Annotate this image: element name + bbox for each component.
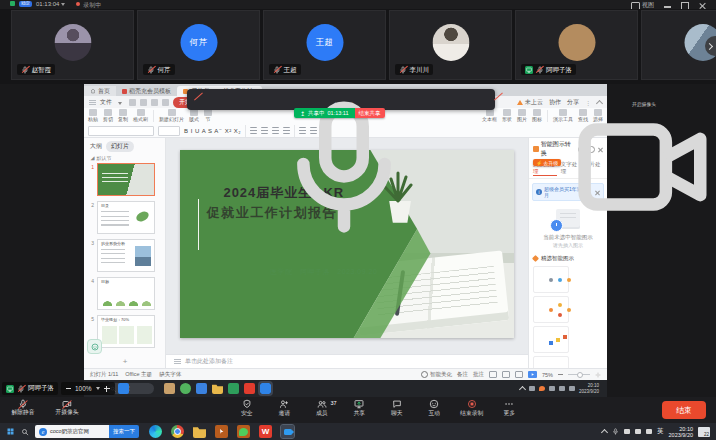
tray-expand-icon[interactable] [519, 386, 526, 393]
zoom-out-button[interactable] [66, 388, 71, 389]
slide-thumb-4[interactable]: 目标 [97, 277, 155, 310]
notes-bar[interactable]: 单击此处添加备注 [166, 354, 528, 368]
bottom-share[interactable]: 共享 [341, 399, 379, 416]
reading-view-icon[interactable] [515, 371, 523, 378]
video-tile[interactable]: 王超 王超 [263, 10, 386, 80]
ribbon-paste[interactable]: 粘贴 [88, 109, 98, 123]
bottom-members[interactable]: 37 成员 [303, 399, 341, 416]
notes-toggle[interactable]: 备注 [457, 371, 468, 378]
tray-expand-icon[interactable] [601, 429, 608, 436]
notification-icon[interactable]: 22 [698, 427, 710, 437]
comments-toggle[interactable]: 批注 [473, 371, 484, 378]
diagram-card-pyramid[interactable] [533, 326, 569, 353]
redo-icon[interactable] [162, 99, 169, 106]
view-switch-button[interactable]: 视图 [631, 1, 654, 9]
wechat-icon[interactable] [237, 425, 250, 438]
slide-thumb-5[interactable]: 毕业规划：70% [97, 315, 155, 348]
ribbon-cut[interactable]: 剪切 [103, 109, 113, 123]
end-meeting-button[interactable]: 结束 [662, 401, 706, 419]
file-menu[interactable]: 文件 [100, 98, 112, 107]
maximize-button[interactable] [681, 2, 689, 10]
taskbar-search-icon[interactable] [21, 428, 29, 436]
slide-thumb-3[interactable]: 就业形势分析 [97, 239, 155, 272]
wps-shop-tab[interactable]: 稻壳充会员模板 [116, 86, 177, 96]
bottom-security[interactable]: 安全 [228, 399, 266, 416]
tray-mic-icon[interactable] [612, 428, 619, 435]
remote-clock[interactable]: 20:10 2023/9/20 [579, 383, 599, 394]
flashing-app-icon[interactable] [215, 425, 228, 438]
edge-icon[interactable] [149, 425, 162, 438]
zoom-value[interactable]: 100% [75, 385, 92, 392]
taskbar-search-widget[interactable]: e coco奶茶店官网 搜索一下 [35, 425, 139, 438]
battery-icon[interactable] [569, 386, 575, 391]
remote-app-icon[interactable] [196, 383, 207, 394]
video-tile[interactable]: 李川川 [389, 10, 512, 80]
beautify-button[interactable]: 智能美化 [421, 371, 452, 378]
remote-wps-icon[interactable] [244, 383, 255, 394]
theme-indicator[interactable]: Office 主题 [125, 371, 152, 378]
bottom-unmute[interactable]: 解除静音 [6, 399, 40, 415]
zoom-slider[interactable] [568, 374, 590, 375]
wps-home-tab[interactable]: 首页 [84, 86, 116, 96]
end-share-button[interactable]: 结束共享 [355, 108, 385, 118]
outline-tab[interactable]: 大纲 [90, 142, 102, 151]
bottom-camera[interactable]: 开摄像头 [50, 399, 84, 415]
remote-app-icon[interactable] [180, 383, 191, 394]
video-tile[interactable]: 何芹 何芹 [137, 10, 260, 80]
clock[interactable]: 20:10 2023/9/20 [669, 426, 693, 438]
remote-app-icon[interactable] [164, 383, 175, 394]
zoom-out-button[interactable] [558, 374, 563, 375]
ribbon-copy[interactable]: 复制 [118, 109, 128, 123]
slide-subtitle[interactable]: 医学院 阿呷子洛 2023.09.20 [270, 267, 377, 277]
network-icon[interactable] [635, 429, 641, 434]
close-button[interactable] [699, 2, 706, 9]
slides-tab[interactable]: 幻灯片 [106, 141, 134, 152]
wps-ai-assistant-button[interactable] [87, 339, 102, 354]
diagram-card-arrows[interactable] [533, 356, 569, 368]
bottom-interact[interactable]: 互动 [416, 399, 454, 416]
slide-thumb-2[interactable]: 目录 [97, 201, 155, 234]
ribbon-new-slide[interactable]: 新建幻灯片 [159, 109, 184, 123]
start-button[interactable] [6, 427, 15, 436]
ime-indicator[interactable]: 英 [657, 427, 664, 436]
explorer-icon[interactable] [193, 425, 206, 438]
remote-app-icon[interactable] [228, 383, 239, 394]
remote-folder-icon[interactable] [212, 383, 223, 394]
meeting-app-icon[interactable] [281, 425, 294, 438]
save-icon[interactable] [129, 99, 136, 106]
remote-meeting-icon[interactable] [260, 383, 271, 394]
bottom-stop-recording[interactable]: 结束录制 [453, 399, 491, 416]
font-name-combo[interactable] [88, 126, 154, 136]
zoom-in-button[interactable] [104, 386, 110, 392]
sorter-view-icon[interactable] [502, 371, 510, 378]
chrome-icon[interactable] [171, 425, 184, 438]
print-icon[interactable] [140, 99, 147, 106]
font-size-combo[interactable] [158, 126, 180, 136]
bottom-more[interactable]: 更多 [491, 399, 529, 416]
video-tile[interactable]: 阿呷子洛 [515, 10, 638, 80]
search-go-button[interactable]: 搜索一下 [109, 425, 139, 438]
chevron-down-icon[interactable] [61, 3, 65, 6]
ribbon-format-painter[interactable]: 格式刷 [133, 109, 148, 123]
tray-icon[interactable] [529, 386, 535, 391]
missing-font-warning[interactable]: 缺失字体 [159, 371, 181, 378]
section-label[interactable]: ◢ 默认节 [84, 155, 165, 163]
toolbar-camera[interactable]: 开启摄像头 [494, 89, 716, 110]
add-slide-button[interactable]: + [84, 357, 166, 366]
undo-icon[interactable] [151, 99, 158, 106]
fit-window-button[interactable] [118, 383, 129, 394]
slide-thumb-1[interactable] [97, 163, 155, 196]
bottom-chat[interactable]: 聊天 [378, 399, 416, 416]
zoom-in-button[interactable] [596, 372, 601, 377]
video-tile[interactable]: 赵智霞 [11, 10, 134, 80]
toolbar-unmute[interactable]: 解除静音 [194, 89, 494, 110]
diagram-card-network[interactable] [533, 296, 569, 323]
normal-view-icon[interactable] [489, 371, 497, 378]
volume-icon[interactable] [646, 429, 652, 434]
tray-display-icon[interactable] [624, 429, 630, 434]
bottom-invite[interactable]: 邀请 [266, 399, 304, 416]
minimize-button[interactable] [664, 6, 671, 8]
wps-icon[interactable]: W [259, 425, 272, 438]
wifi-icon[interactable] [549, 386, 555, 391]
menu-icon[interactable] [89, 100, 96, 105]
